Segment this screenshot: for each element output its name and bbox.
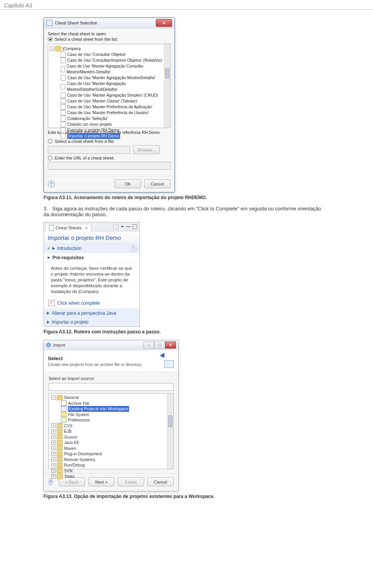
- step-perspective-java[interactable]: Alterar para a perspectiva Java: [44, 309, 139, 317]
- maximize-button[interactable]: ▢: [154, 342, 165, 349]
- folder-icon: [57, 474, 63, 479]
- tree-item-selected[interactable]: Importar o projeto RH Demo: [50, 133, 169, 139]
- scrollbar[interactable]: [164, 44, 170, 128]
- file-icon: [61, 52, 66, 57]
- maximize-icon[interactable]: [132, 224, 137, 229]
- step-import-project[interactable]: Importar o projeto: [44, 317, 139, 326]
- tree-category[interactable]: +Run/Debug: [50, 462, 173, 468]
- dropdown-icon[interactable]: [121, 226, 124, 228]
- cheat-sheets-panel: Cheat Sheets ✕ Importar o projeto RH Dem…: [44, 222, 140, 327]
- arrow-right-icon: [52, 247, 55, 250]
- radio-label: Select a cheat sheet from a file:: [55, 139, 115, 144]
- tree-category-general[interactable]: − General: [50, 395, 173, 401]
- tree-category[interactable]: +Maven: [50, 446, 173, 451]
- expand-icon[interactable]: +: [51, 446, 56, 450]
- tree-item-file-system[interactable]: File System: [50, 412, 173, 418]
- panel-title: Importar o projeto RH Demo: [44, 231, 139, 244]
- file-icon: [61, 110, 66, 116]
- file-icon: [61, 116, 66, 121]
- eclipse-icon: [46, 343, 51, 347]
- import-source-tree[interactable]: − General Archive File Existing Projects…: [49, 393, 174, 469]
- scroll-thumb[interactable]: [165, 68, 169, 78]
- import-header: Select Create new projects from an archi…: [44, 350, 178, 372]
- tree-item[interactable]: Caso de Uso 'Manter Preferência de Aplic…: [50, 104, 169, 110]
- tree-item[interactable]: Caso de Uso 'Manter Agregação Consulta-M…: [50, 63, 169, 75]
- tree-item-archive-file[interactable]: Archive File: [50, 401, 173, 406]
- tree-category[interactable]: +CVS: [50, 423, 173, 429]
- collapse-icon[interactable]: −: [50, 47, 54, 51]
- tree-item[interactable]: Caso de Uso 'Manter Classe' (Tabular): [50, 98, 169, 104]
- scrollbar[interactable]: [167, 394, 173, 469]
- minimize-button[interactable]: —: [143, 342, 154, 349]
- help-icon[interactable]: ?: [49, 479, 52, 486]
- step-text: Siga agora as instruções de cada passo d…: [44, 206, 321, 217]
- file-icon: [61, 75, 66, 81]
- cheat-sheets-tab[interactable]: Cheat Sheets ✕: [45, 224, 91, 231]
- panel-tabbar: Cheat Sheets ✕: [44, 222, 139, 231]
- folder-icon: [57, 429, 63, 434]
- help-icon[interactable]: ?: [48, 180, 55, 187]
- tree-item[interactable]: Caso de Uso 'Manter Agregação Simples' (…: [50, 92, 169, 98]
- dialog-title: Cheat Sheet Selection: [55, 21, 156, 25]
- tree-item[interactable]: Criando um novo projeto: [50, 121, 169, 127]
- step-introduction[interactable]: ✓ Introduction ?: [44, 244, 139, 253]
- tab-label: Cheat Sheets: [56, 225, 82, 230]
- collapse-icon[interactable]: −: [51, 395, 56, 400]
- tree-category[interactable]: +SVN: [50, 468, 173, 474]
- tree-item[interactable]: Caso de Uso 'Consultar Objetos': [50, 52, 169, 57]
- tree-item[interactable]: Caso de Uso 'Manter Agregação Mestre/Det…: [50, 75, 169, 81]
- file-path-input: [48, 146, 130, 154]
- expand-icon[interactable]: +: [51, 457, 56, 461]
- file-icon: [61, 127, 66, 133]
- file-icon: [61, 92, 66, 98]
- tree-item[interactable]: Caso de Uso 'Manter Preferência de Usuár…: [50, 110, 169, 116]
- expand-icon[interactable]: +: [51, 423, 56, 428]
- figure-caption-3: Figura A3.13. Opção de importação de pro…: [44, 494, 373, 499]
- tree-category[interactable]: +Java EE: [50, 440, 173, 446]
- radio-icon: [48, 156, 52, 160]
- tree-item-preferences[interactable]: Preferences: [50, 417, 173, 423]
- cheat-sheet-icon: [46, 20, 52, 26]
- tree-category[interactable]: +EJB: [50, 428, 173, 434]
- tree-item[interactable]: Executar o projeto RH Demo: [50, 127, 169, 133]
- cancel-button[interactable]: Cancel: [144, 179, 171, 188]
- folder-icon: [57, 457, 63, 462]
- expand-icon[interactable]: +: [51, 441, 56, 445]
- radio-from-url[interactable]: Enter the URL of a cheat sheet:: [48, 156, 171, 160]
- help-icon[interactable]: ?: [130, 245, 136, 252]
- radio-icon: [48, 37, 52, 42]
- view-menu-icon[interactable]: [113, 224, 119, 229]
- expand-icon[interactable]: +: [51, 435, 56, 439]
- step-body-text: Antes de começar, favor certificar-se qu…: [44, 262, 139, 298]
- tree-item[interactable]: Caso de Uso 'Manter Agregação Mestre/Det…: [50, 81, 169, 92]
- close-tab-icon[interactable]: ✕: [85, 226, 88, 230]
- browse-button: Browse...: [133, 145, 160, 154]
- filter-input[interactable]: [49, 383, 174, 391]
- expand-icon[interactable]: +: [51, 463, 56, 467]
- radio-from-file[interactable]: Select a cheat sheet from a file:: [48, 139, 171, 144]
- close-button[interactable]: ✕: [156, 19, 172, 27]
- expand-icon[interactable]: +: [51, 452, 56, 456]
- minimize-icon[interactable]: [126, 226, 130, 227]
- expand-icon[interactable]: +: [51, 429, 56, 434]
- file-icon: [61, 133, 66, 139]
- tree-category[interactable]: +Guvnor: [50, 434, 173, 440]
- step-prerequisites[interactable]: Pré-requisitos: [44, 253, 139, 262]
- radio-from-list[interactable]: Select a cheat sheet from the list:: [48, 37, 171, 42]
- tree-item-existing-projects[interactable]: Existing Projects into Workspace: [50, 406, 173, 412]
- cheat-sheet-tree[interactable]: − jCompany Caso de Uso 'Consultar Objeto…: [48, 44, 171, 128]
- tree-category[interactable]: +Plug-in Development: [50, 451, 173, 457]
- tree-category[interactable]: +Tasks: [50, 474, 173, 479]
- source-label: Select an import source:: [49, 376, 174, 381]
- tree-folder-jcompany[interactable]: − jCompany: [50, 46, 169, 52]
- click-when-complete[interactable]: Click when complete: [44, 298, 139, 309]
- close-button[interactable]: ✕: [165, 342, 176, 349]
- tree-item[interactable]: Colaboração 'Seleção': [50, 116, 169, 121]
- tree-category[interactable]: +Remote Systems: [50, 457, 173, 463]
- tree-item[interactable]: Caso de Uso 'Consultar/Imprimir Objetos'…: [50, 57, 169, 63]
- figure-caption-2: Figura A3.12. Roteiro com instruções pas…: [44, 329, 373, 335]
- expand-icon[interactable]: +: [51, 474, 56, 479]
- scroll-thumb[interactable]: [168, 415, 173, 427]
- ok-button[interactable]: OK: [115, 179, 141, 188]
- expand-icon[interactable]: +: [51, 468, 56, 473]
